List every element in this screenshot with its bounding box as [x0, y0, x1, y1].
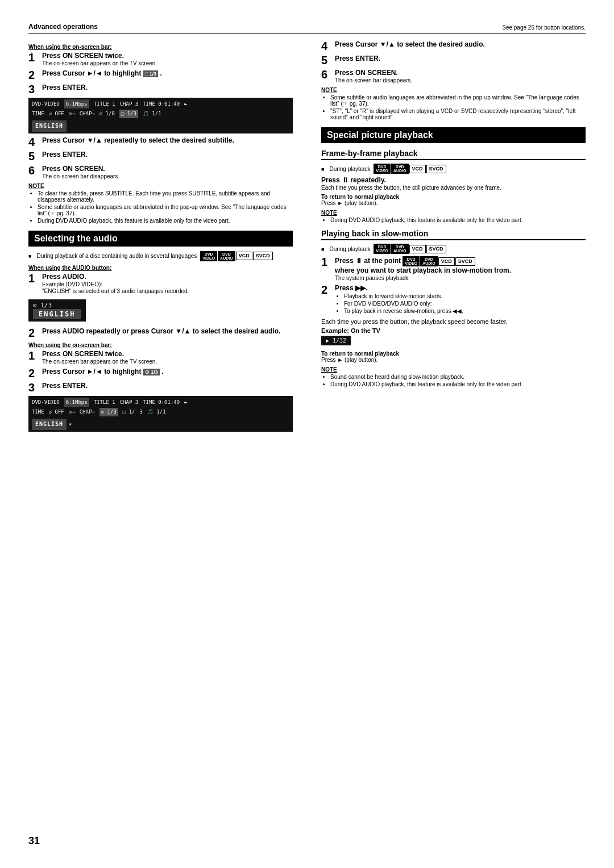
note-audio-list: Some subtitle or audio languages are abb…: [321, 94, 586, 120]
step-2-audio: 2 Press AUDIO repeatedly or press Cursor…: [28, 327, 293, 339]
to-return-fbf-label: To return to normal playback: [321, 194, 586, 200]
step-fbf: Press ⏸ repeatedly. Each time you press …: [321, 176, 586, 191]
right-column: 4 Press Cursor ▼/▲ to select the desired…: [316, 40, 586, 435]
step-2-audio-onscreen: 2 Press Cursor ►/◄ to highlight ⊙ 1/3 .: [28, 368, 293, 379]
see-page-label: See page 25 for button locations.: [502, 24, 586, 31]
to-return-slow-text: Press ► (play button).: [321, 357, 586, 363]
step-3-audio-onscreen: 3 Press ENTER.: [28, 382, 293, 393]
advanced-ops-label: Advanced operations: [28, 23, 98, 31]
slow-motion-header: Playing back in slow-motion: [321, 229, 586, 240]
slow-example-label: Example: On the TV: [321, 327, 586, 334]
note-fbf-list: During DVD AUDIO playback, this feature …: [321, 217, 586, 223]
during-playback-slow: During playback DVD VIDEO DVD AUDIO VCD …: [321, 244, 586, 254]
note-audio-label: NOTE: [321, 87, 586, 93]
when-onscreen-audio-label: When using the on-screen bar:: [28, 342, 293, 348]
when-audio-btn-label: When using the AUDIO button:: [28, 265, 293, 271]
slow-example-display: ▶ 1/32: [321, 336, 351, 345]
note-fbf-label: NOTE: [321, 210, 586, 216]
to-return-fbf-text: Press ► (play button).: [321, 200, 586, 206]
step-6-audio-right: 6 Press ON SCREEN. The on-screen bar dis…: [321, 69, 586, 84]
onscreen-bar-subtitle: DVD-VIDEO 6.1Mbps TITLE 1 CHAP 3 TIME 0:…: [28, 98, 293, 133]
when-onscreen-subtitle-label: When using the on-screen bar:: [28, 44, 293, 50]
step-3-subtitle: 3 Press ENTER.: [28, 84, 293, 95]
onscreen-bar-audio: DVD-VIDEO 6.1Mbps TITLE 1 CHAP 3 TIME 0:…: [28, 396, 293, 432]
note-slow-list: Sound cannot be heard during slow-motion…: [321, 374, 586, 387]
during-playback-fbf: During playback DVD VIDEO DVD AUDIO VCD …: [321, 164, 586, 174]
disc-badges-fbf: DVD VIDEO DVD AUDIO VCD SVCD: [374, 164, 446, 174]
selecting-audio-header: Selecting the audio: [28, 231, 293, 247]
step-4-audio-right: 4 Press Cursor ▼/▲ to select the desired…: [321, 40, 586, 52]
step-4-subtitle: 4 Press Cursor ▼/▲ repeatedly to select …: [28, 136, 293, 148]
note-subtitle-label: NOTE: [28, 183, 293, 189]
special-picture-header: Special picture playback: [321, 127, 586, 143]
step-1-audio: 1 Press AUDIO. Example (DVD VIDEO): "ENG…: [28, 273, 293, 294]
to-return-slow-label: To return to normal playback: [321, 350, 586, 357]
step-6-subtitle: 6 Press ON SCREEN. The on-screen bar dis…: [28, 165, 293, 180]
step-1-audio-onscreen: 1 Press ON SCREEN twice. The on-screen b…: [28, 350, 293, 365]
note-subtitle-list: To clear the subtitle, press SUBTITLE. E…: [28, 190, 293, 224]
left-column: When using the on-screen bar: 1 Press ON…: [28, 40, 298, 435]
slow-speed-text: Each time you press the button, the play…: [321, 318, 586, 325]
during-playback-audio: During playback of a disc containing aud…: [28, 251, 293, 261]
audio-display: ⊙ 1/3 ENGLISH: [28, 299, 86, 322]
disc-badges-audio: DVD VIDEO DVD AUDIO VCD SVCD: [200, 251, 272, 261]
step-2-subtitle: 2 Press Cursor ►/◄ to highlight □ 1/3 .: [28, 69, 293, 81]
page-header: Advanced operations See page 25 for butt…: [28, 23, 586, 34]
disc-badges-slow: DVD VIDEO DVD AUDIO VCD SVCD: [374, 244, 446, 254]
step-5-subtitle: 5 Press ENTER.: [28, 151, 293, 162]
page-number: 31: [28, 835, 40, 847]
step-1-slow: 1 Press ⏸ at the point DVDVIDEO DVDAUDIO…: [321, 256, 586, 281]
step-5-audio-right: 5 Press ENTER.: [321, 55, 586, 66]
step-1-subtitle: 1 Press ON SCREEN twice. The on-screen b…: [28, 52, 293, 66]
step-2-slow: 2 Press ▶▶. Playback in forward slow-mot…: [321, 284, 586, 315]
frame-by-frame-header: Frame-by-frame playback: [321, 149, 586, 160]
note-slow-label: NOTE: [321, 366, 586, 373]
